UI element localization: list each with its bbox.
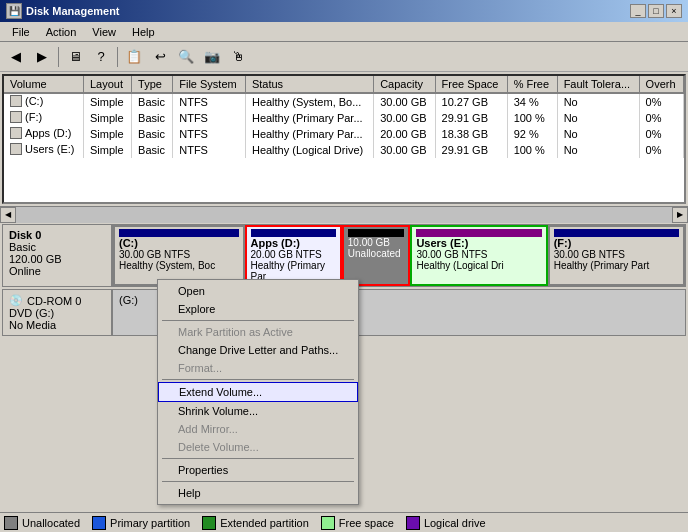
- scroll-right[interactable]: ▶: [672, 207, 688, 223]
- cell-status: Healthy (Primary Par...: [245, 110, 373, 126]
- col-volume[interactable]: Volume: [4, 76, 83, 93]
- ctx-explore[interactable]: Explore: [158, 300, 358, 318]
- toolbar-separator-1: [58, 47, 59, 67]
- disk0-label: Disk 0 Basic 120.00 GB Online: [2, 224, 112, 287]
- title-text: Disk Management: [26, 5, 120, 17]
- cell-capacity: 30.00 GB: [374, 142, 435, 158]
- partition-e[interactable]: Users (E:) 30.00 GB NTFS Healthy (Logica…: [410, 225, 547, 286]
- col-layout[interactable]: Layout: [83, 76, 131, 93]
- computer-button[interactable]: 🖥: [63, 46, 87, 68]
- cell-capacity: 30.00 GB: [374, 110, 435, 126]
- cell-volume: Apps (D:): [4, 126, 83, 142]
- disk-table: Volume Layout Type File System Status Ca…: [4, 76, 684, 158]
- back-button[interactable]: ◀: [4, 46, 28, 68]
- cell-fs: NTFS: [173, 93, 246, 110]
- col-faulttol[interactable]: Fault Tolera...: [557, 76, 639, 93]
- pointer-button[interactable]: 🖱: [226, 46, 250, 68]
- partition-e-status: Healthy (Logical Dri: [416, 260, 541, 271]
- col-filesystem[interactable]: File System: [173, 76, 246, 93]
- cell-fs: NTFS: [173, 110, 246, 126]
- scroll-track[interactable]: [16, 207, 672, 223]
- horizontal-scrollbar[interactable]: ◀ ▶: [0, 206, 688, 222]
- ctx-format: Format...: [158, 359, 358, 377]
- cell-pctfree: 100 %: [507, 142, 557, 158]
- cell-capacity: 30.00 GB: [374, 93, 435, 110]
- partition-e-name: Users (E:): [416, 237, 541, 249]
- partition-c-size: 30.00 GB NTFS: [119, 249, 239, 260]
- partition-c[interactable]: (C:) 30.00 GB NTFS Healthy (System, Boc: [113, 225, 245, 286]
- cell-overhead: 0%: [639, 142, 683, 158]
- table-row[interactable]: (C:) Simple Basic NTFS Healthy (System, …: [4, 93, 684, 110]
- partition-e-header: [416, 229, 541, 237]
- legend-unallocated: Unallocated: [4, 516, 80, 530]
- cell-volume: (F:): [4, 110, 83, 126]
- cdrom0-status: No Media: [9, 319, 56, 331]
- menu-action[interactable]: Action: [38, 24, 85, 40]
- ctx-help[interactable]: Help: [158, 484, 358, 502]
- partition-f-status: Healthy (Primary Part: [554, 260, 679, 271]
- cell-faulttol: No: [557, 142, 639, 158]
- col-pctfree[interactable]: % Free: [507, 76, 557, 93]
- cell-layout: Simple: [83, 126, 131, 142]
- ctx-sep-2: [162, 379, 354, 380]
- table-row[interactable]: (F:) Simple Basic NTFS Healthy (Primary …: [4, 110, 684, 126]
- disk0-size: 120.00 GB: [9, 253, 105, 265]
- legend-free-box: [321, 516, 335, 530]
- cdrom0-type: DVD (G:): [9, 307, 54, 319]
- menu-view[interactable]: View: [84, 24, 124, 40]
- scroll-left[interactable]: ◀: [0, 207, 16, 223]
- close-button[interactable]: ×: [666, 4, 682, 18]
- cell-freespace: 29.91 GB: [435, 110, 507, 126]
- title-bar: 💾 Disk Management _ □ ×: [0, 0, 688, 22]
- partition-d-name: Apps (D:): [251, 237, 336, 249]
- maximize-button[interactable]: □: [648, 4, 664, 18]
- partition-d[interactable]: Apps (D:) 20.00 GB NTFS Healthy (Primary…: [245, 225, 342, 286]
- ctx-extend[interactable]: Extend Volume...: [158, 382, 358, 402]
- ctx-shrink[interactable]: Shrink Volume...: [158, 402, 358, 420]
- col-status[interactable]: Status: [245, 76, 373, 93]
- cell-layout: Simple: [83, 93, 131, 110]
- cell-overhead: 0%: [639, 93, 683, 110]
- menu-file[interactable]: File: [4, 24, 38, 40]
- forward-button[interactable]: ▶: [30, 46, 54, 68]
- partition-c-header: [119, 229, 239, 237]
- partition-f-name: (F:): [554, 237, 679, 249]
- ctx-open[interactable]: Open: [158, 282, 358, 300]
- ctx-change-drive[interactable]: Change Drive Letter and Paths...: [158, 341, 358, 359]
- cell-status: Healthy (System, Bo...: [245, 93, 373, 110]
- col-type[interactable]: Type: [132, 76, 173, 93]
- partition-f[interactable]: (F:) 30.00 GB NTFS Healthy (Primary Part: [548, 225, 685, 286]
- help-button[interactable]: ?: [89, 46, 113, 68]
- cdrom-icon: 💿: [9, 294, 23, 307]
- partition-unallocated-size: 10.00 GB: [348, 237, 405, 248]
- cell-overhead: 0%: [639, 110, 683, 126]
- undo-button[interactable]: ↩: [148, 46, 172, 68]
- legend-primary-box: [92, 516, 106, 530]
- legend-primary-label: Primary partition: [110, 517, 190, 529]
- col-capacity[interactable]: Capacity: [374, 76, 435, 93]
- cell-layout: Simple: [83, 110, 131, 126]
- snapshot-button[interactable]: 📷: [200, 46, 224, 68]
- minimize-button[interactable]: _: [630, 4, 646, 18]
- menu-help[interactable]: Help: [124, 24, 163, 40]
- ctx-delete: Delete Volume...: [158, 438, 358, 456]
- cell-pctfree: 100 %: [507, 110, 557, 126]
- cell-freespace: 10.27 GB: [435, 93, 507, 110]
- main-content: Volume Layout Type File System Status Ca…: [0, 72, 688, 512]
- cell-fs: NTFS: [173, 142, 246, 158]
- refresh-button[interactable]: 🔍: [174, 46, 198, 68]
- table-row[interactable]: Users (E:) Simple Basic NTFS Healthy (Lo…: [4, 142, 684, 158]
- col-overhead[interactable]: Overh: [639, 76, 683, 93]
- table-row[interactable]: Apps (D:) Simple Basic NTFS Healthy (Pri…: [4, 126, 684, 142]
- cell-capacity: 20.00 GB: [374, 126, 435, 142]
- legend-unallocated-box: [4, 516, 18, 530]
- cdrom0-name: CD-ROM 0: [27, 295, 81, 307]
- partition-e-size: 30.00 GB NTFS: [416, 249, 541, 260]
- ctx-sep-1: [162, 320, 354, 321]
- cell-status: Healthy (Logical Drive): [245, 142, 373, 158]
- copy-button[interactable]: 📋: [122, 46, 146, 68]
- ctx-properties[interactable]: Properties: [158, 461, 358, 479]
- partition-unallocated[interactable]: 10.00 GB Unallocated: [342, 225, 411, 286]
- cell-type: Basic: [132, 93, 173, 110]
- col-freespace[interactable]: Free Space: [435, 76, 507, 93]
